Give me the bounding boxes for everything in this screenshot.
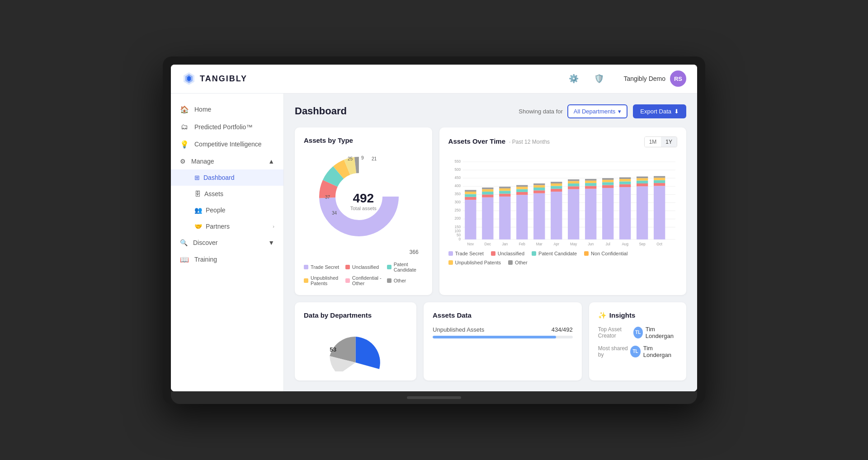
svg-rect-95 [637, 176, 648, 178]
svg-rect-53 [516, 185, 528, 187]
assets-data-title: Assets Data [433, 311, 573, 319]
svg-rect-61 [551, 192, 562, 239]
svg-rect-75 [585, 183, 596, 186]
svg-rect-46 [499, 188, 510, 190]
time-btn-1y[interactable]: 1Y [661, 137, 677, 147]
svg-text:550: 550 [454, 159, 461, 163]
legend-unclassified: Unclassified [345, 262, 382, 272]
logo-text: TANGIBLY [200, 74, 247, 84]
bar-aug: Aug [619, 177, 631, 246]
bar-jul: Jul [602, 178, 613, 246]
sidebar-label-home: Home [194, 106, 211, 113]
page-title: Dashboard [295, 105, 347, 117]
svg-rect-57 [533, 188, 545, 190]
legend-dot-unpublished [304, 278, 308, 283]
sidebar-item-dashboard[interactable]: ⊞ Dashboard [171, 169, 283, 186]
partners-label: Partners [206, 223, 230, 230]
sidebar-section-discover[interactable]: 🔍 Discover ▼ [171, 235, 283, 251]
svg-rect-38 [482, 194, 493, 197]
manage-label: Manage [191, 158, 214, 165]
chart-header: Assets Over Time · Past 12 Months 1M 1Y [448, 136, 677, 152]
svg-text:Jun: Jun [588, 242, 594, 246]
svg-rect-97 [654, 186, 665, 239]
bar-dec: Dec [482, 188, 493, 246]
insights-title: Insights [609, 311, 636, 319]
data-by-departments-card: Data by Departments 53 [295, 302, 416, 380]
progress-bar-bg [433, 336, 573, 338]
settings-icon[interactable]: ⚙️ [566, 70, 582, 87]
svg-rect-39 [482, 192, 493, 194]
svg-rect-92 [637, 183, 648, 186]
svg-rect-55 [533, 193, 545, 239]
partners-icon: 🤝 [194, 223, 202, 230]
export-btn[interactable]: Export Data ⬇ [633, 104, 686, 118]
laptop-base [171, 391, 697, 404]
bar-nov: Nov [465, 190, 476, 246]
svg-text:150: 150 [454, 225, 461, 229]
assets-data-card: Assets Data Unpublished Assets 434/492 [424, 302, 582, 380]
legend-patent: Patent Candidate [387, 262, 423, 272]
bar-legend-non-confidential: Non Confidential [584, 251, 627, 256]
assets-data-row: Unpublished Assets 434/492 [433, 326, 573, 333]
intelligence-icon: 💡 [180, 140, 189, 149]
svg-text:Jul: Jul [605, 242, 610, 246]
sidebar-item-competitive[interactable]: 💡 Competitive Intelligence [171, 136, 283, 153]
svg-rect-86 [619, 184, 631, 187]
segment-label-25: 25 [348, 156, 353, 161]
donut-number: 492 [350, 191, 377, 206]
assets-data-item-unpublished: Unpublished Assets 434/492 [433, 326, 573, 338]
svg-rect-83 [602, 178, 613, 180]
svg-rect-44 [499, 193, 510, 196]
top-creator-user: TL Tim Londergan [633, 326, 677, 339]
svg-rect-80 [602, 185, 613, 188]
sidebar-item-assets[interactable]: 🗄 Assets [171, 186, 283, 202]
sidebar-item-people[interactable]: 👥 People [171, 202, 283, 218]
sidebar-item-home[interactable]: 🏠 Home [171, 101, 283, 118]
legend-dot-trade-secret [304, 265, 308, 269]
showing-label: Showing data for [519, 108, 563, 115]
svg-text:50: 50 [457, 233, 461, 237]
shield-icon[interactable]: 🛡️ [591, 70, 607, 87]
bar-legend-patent: Patent Candidate [532, 251, 577, 256]
assets-by-type-card: Assets by Type [295, 127, 432, 295]
svg-text:400: 400 [454, 184, 461, 188]
svg-rect-98 [654, 183, 665, 186]
svg-rect-37 [482, 197, 493, 239]
svg-text:350: 350 [454, 192, 461, 196]
svg-rect-100 [654, 178, 665, 180]
svg-rect-52 [516, 187, 528, 189]
legend-trade-secret: Trade Secret [304, 262, 340, 272]
svg-rect-65 [551, 182, 562, 183]
download-icon: ⬇ [674, 108, 679, 115]
dept-card-title: Data by Departments [304, 311, 407, 319]
sidebar-item-predicted[interactable]: 🗂 Predicted Portfolio™ [171, 118, 283, 136]
chevron-down-icon: ▾ [618, 108, 621, 115]
donut-center: 492 Total assets [350, 191, 377, 211]
dept-chart: 53 [304, 326, 407, 371]
assets-icon: 🗄 [194, 190, 201, 197]
time-btn-1m[interactable]: 1M [645, 137, 661, 147]
svg-rect-70 [568, 181, 579, 183]
svg-rect-41 [482, 188, 493, 189]
discover-arrow: ▼ [268, 239, 274, 246]
svg-rect-40 [482, 189, 493, 191]
insights-header: ✨ Insights [598, 311, 677, 319]
sidebar-item-training[interactable]: 📖 Training [171, 251, 283, 268]
sidebar-item-partners[interactable]: 🤝 Partners › [171, 218, 283, 235]
legend-dot-patent [387, 265, 392, 269]
people-icon: 👥 [194, 207, 202, 214]
top-creator-label: Top Asset Creator [598, 326, 633, 339]
top-creator-avatar: TL [633, 327, 643, 338]
bar-sep: Sep [637, 176, 648, 246]
insight-row-most-shared: Most shared by TL Tim Londergan [598, 345, 677, 358]
svg-rect-91 [637, 186, 648, 239]
unpublished-label: Unpublished Assets [433, 326, 484, 333]
svg-text:0: 0 [458, 237, 461, 241]
dept-dropdown[interactable]: All Departments ▾ [567, 104, 627, 118]
sidebar-section-manage[interactable]: ⚙ Manage ▲ [171, 153, 283, 169]
bottom-cards-row: Data by Departments 53 [295, 302, 686, 380]
svg-rect-94 [637, 178, 648, 180]
chart-subtitle: · Past 12 Months [509, 139, 550, 145]
svg-rect-35 [465, 190, 476, 192]
most-shared-user: TL Tim Londergan [630, 345, 677, 358]
